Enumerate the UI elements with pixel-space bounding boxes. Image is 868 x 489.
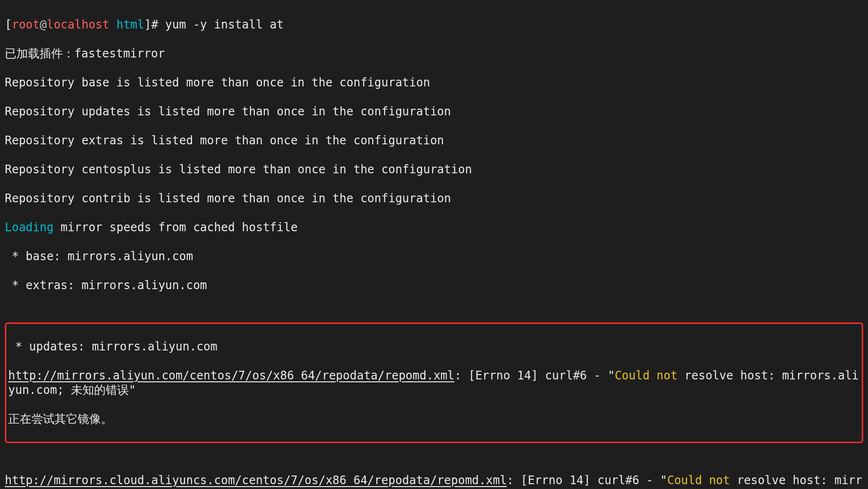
output-line: * updates: mirrors.aliyun.com	[8, 339, 860, 354]
output-line: Loading mirror speeds from cached hostfi…	[5, 220, 863, 235]
output-line: Repository updates is listed more than o…	[5, 104, 863, 119]
prompt-path: html	[116, 18, 144, 31]
loading-keyword: Loading	[5, 221, 54, 234]
error-warn: Could not	[615, 369, 677, 382]
output-line: Repository base is listed more than once…	[5, 75, 863, 90]
error-mid: : [Errno 14] curl#6 - "	[507, 474, 667, 487]
error-line: http://mirrors.aliyun.com/centos/7/os/x8…	[8, 368, 860, 397]
prompt-bracket: [	[5, 18, 12, 31]
output-line: 已加载插件：fastestmirror	[5, 46, 863, 61]
output-line: * base: mirrors.aliyun.com	[5, 249, 863, 264]
prompt-space	[110, 18, 116, 31]
highlighted-error-box: * updates: mirrors.aliyun.com http://mir…	[5, 322, 863, 443]
retry-line: 正在尝试其它镜像。	[8, 412, 860, 426]
output-line: [root@localhost html]# yum -y install at	[5, 17, 863, 32]
output-line: Repository centosplus is listed more tha…	[5, 162, 863, 177]
output-line: Repository extras is listed more than on…	[5, 133, 863, 148]
prompt-at: @	[40, 18, 46, 31]
command-text: yum -y install at	[165, 18, 284, 31]
output-line: * extras: mirrors.aliyun.com	[5, 278, 863, 293]
terminal-output[interactable]: [root@localhost html]# yum -y install at…	[0, 0, 868, 489]
prompt-host: localhost	[47, 18, 110, 31]
error-url: http://mirrors.cloud.aliyuncs.com/centos…	[5, 474, 507, 487]
error-url: http://mirrors.aliyun.com/centos/7/os/x8…	[8, 369, 455, 382]
output-line: Repository contrib is listed more than o…	[5, 191, 863, 206]
error-line: http://mirrors.cloud.aliyuncs.com/centos…	[5, 473, 863, 489]
loading-rest: mirror speeds from cached hostfile	[54, 221, 298, 234]
prompt-close: ]#	[144, 18, 165, 31]
error-mid: : [Errno 14] curl#6 - "	[455, 369, 615, 382]
prompt-user: root	[12, 18, 40, 31]
error-warn: Could not	[667, 474, 730, 487]
